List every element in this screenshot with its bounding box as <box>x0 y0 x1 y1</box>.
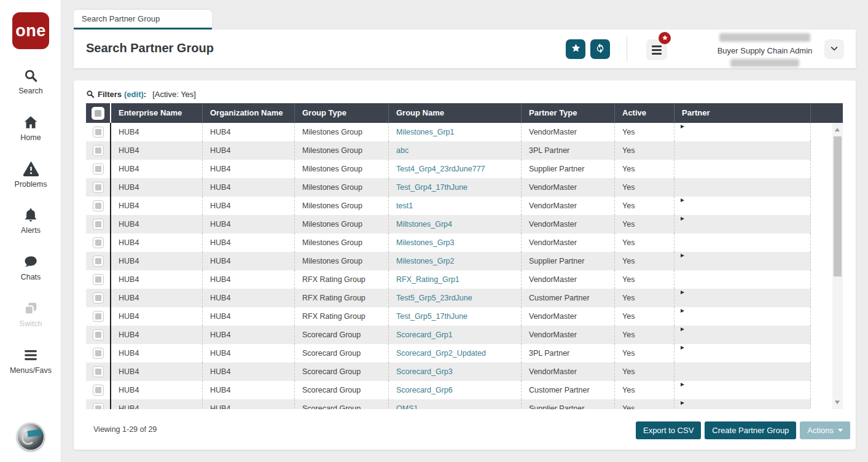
column-header-partner[interactable]: Partner <box>674 103 811 123</box>
table-row[interactable]: HUB4 HUB4 Milestones Group Milestones_Gr… <box>86 252 832 270</box>
partner-expand-icon[interactable] <box>681 217 684 221</box>
sidebar-item-alerts[interactable]: Alerts <box>0 207 61 235</box>
select-all-checkbox[interactable] <box>92 107 104 120</box>
group-name-link[interactable]: Scorecard_Grp3 <box>396 367 453 376</box>
column-header-partner-type[interactable]: Partner Type <box>522 103 615 123</box>
filters-edit-link[interactable]: (edit) <box>124 90 144 99</box>
cell-active: Yes <box>615 197 674 215</box>
table-row[interactable]: HUB4 HUB4 Scorecard Group Scorecard_Grp6… <box>86 381 832 399</box>
cell-partner-type: VendorMaster <box>522 178 615 197</box>
table-row[interactable]: HUB4 HUB4 Scorecard Group OMS1 Supplier … <box>86 399 832 409</box>
group-name-link[interactable]: Miltstones_Grp4 <box>396 220 452 229</box>
actions-button[interactable]: Actions <box>800 421 850 439</box>
group-name-link[interactable]: abc <box>396 146 409 155</box>
sidebar-item-chats[interactable]: Chats <box>0 254 61 281</box>
row-checkbox[interactable] <box>93 256 104 267</box>
partner-expand-icon[interactable] <box>681 346 684 350</box>
partner-expand-icon[interactable] <box>681 198 684 202</box>
column-header-group-type[interactable]: Group Type <box>295 103 389 123</box>
cell-partner <box>674 141 811 160</box>
group-name-link[interactable]: test1 <box>396 202 413 210</box>
row-checkbox[interactable] <box>93 127 104 138</box>
group-name-link[interactable]: OMS1 <box>396 404 418 409</box>
row-checkbox[interactable] <box>93 182 104 193</box>
table-row[interactable]: HUB4 HUB4 Milestones Group abc 3PL Partn… <box>86 141 832 160</box>
row-checkbox[interactable] <box>93 366 104 377</box>
scroll-up-arrow[interactable] <box>835 128 840 131</box>
table-row[interactable]: HUB4 HUB4 Scorecard Group Scorecard_Grp2… <box>86 344 832 362</box>
table-row[interactable]: HUB4 HUB4 Scorecard Group Scorecard_Grp1… <box>86 326 832 344</box>
table-row[interactable]: HUB4 HUB4 Milestones Group Milestones_Gr… <box>86 233 832 252</box>
partner-expand-icon[interactable] <box>681 401 684 405</box>
group-name-link[interactable]: Test_Grp4_17thJune <box>396 183 467 192</box>
partner-expand-icon[interactable] <box>681 125 684 128</box>
user-menu[interactable]: Buyer Supply Chain Admin <box>706 33 823 67</box>
column-header-spacer <box>811 103 832 123</box>
table-row[interactable]: HUB4 HUB4 RFX Rating Group RFX_Rating_Gr… <box>86 270 832 289</box>
ai-assistant-avatar[interactable] <box>17 423 45 451</box>
group-name-link[interactable]: Test4_Grp4_23rdJune777 <box>396 165 485 173</box>
group-name-link[interactable]: Scorecard_Grp1 <box>396 331 453 339</box>
partner-expand-icon[interactable] <box>681 309 684 313</box>
group-name-link[interactable]: Milestones_Grp2 <box>396 257 455 265</box>
user-dropdown-button[interactable] <box>824 39 844 59</box>
sidebar-item-problems[interactable]: Problems <box>0 160 61 189</box>
table-row[interactable]: HUB4 HUB4 Milestones Group Miltstones_Gr… <box>86 215 832 233</box>
group-name-link[interactable]: Scorecard_Grp2_Updated <box>396 349 486 358</box>
scroll-down-arrow[interactable] <box>835 401 840 404</box>
row-checkbox[interactable] <box>93 348 104 359</box>
group-name-link[interactable]: Milestones_Grp3 <box>396 238 455 247</box>
row-checkbox[interactable] <box>93 292 104 303</box>
table-row[interactable]: HUB4 HUB4 RFX Rating Group Test_Grp5_17t… <box>86 307 832 326</box>
row-checkbox[interactable] <box>93 274 104 285</box>
partner-expand-icon[interactable] <box>681 383 684 386</box>
group-name-link[interactable]: Scorecard_Grp6 <box>396 386 453 394</box>
table-row[interactable]: HUB4 HUB4 Scorecard Group Scorecard_Grp3… <box>86 362 832 381</box>
one-logo[interactable]: one <box>12 12 49 49</box>
cell-partner <box>674 307 811 326</box>
row-checkbox[interactable] <box>93 163 104 174</box>
export-to-csv-button[interactable]: Export to CSV <box>636 421 701 439</box>
group-name-link[interactable]: RFX_Rating_Grp1 <box>396 275 459 284</box>
row-checkbox[interactable] <box>93 200 104 211</box>
cell-partner-type: VendorMaster <box>522 233 615 252</box>
row-checkbox[interactable] <box>93 329 104 340</box>
group-name-link[interactable]: Test_Grp5_17thJune <box>396 312 467 321</box>
column-header-enterprise-name[interactable]: Enterprise Name <box>111 103 203 123</box>
vertical-scrollbar[interactable] <box>832 123 843 409</box>
active-filter-chip: [Active: Yes] <box>152 90 196 99</box>
cell-enterprise-name: HUB4 <box>111 326 203 344</box>
sidebar-item-search[interactable]: Search <box>0 68 61 95</box>
cell-spacer <box>811 289 832 307</box>
favorite-button[interactable] <box>566 39 585 59</box>
column-header-active[interactable]: Active <box>615 103 674 123</box>
cell-spacer <box>811 344 832 362</box>
table-row[interactable]: HUB4 HUB4 RFX Rating Group Test5_Grp5_23… <box>86 289 832 307</box>
partner-expand-icon[interactable] <box>681 327 684 331</box>
sidebar-item-menus-favs[interactable]: Menus/Favs <box>0 347 61 375</box>
partner-expand-icon[interactable] <box>681 254 684 257</box>
partner-group-table: Enterprise Name Organization Name Group … <box>86 103 843 409</box>
create-partner-group-button[interactable]: Create Partner Group <box>705 421 796 439</box>
table-row[interactable]: HUB4 HUB4 Milestones Group Test4_Grp4_23… <box>86 160 832 178</box>
table-row[interactable]: HUB4 HUB4 Milestones Group test1 VendorM… <box>86 197 832 215</box>
group-name-link[interactable]: Test5_Grp5_23rdJune <box>396 294 472 302</box>
row-checkbox[interactable] <box>93 403 104 409</box>
column-header-group-name[interactable]: Group Name <box>389 103 522 123</box>
sidebar-item-home[interactable]: Home <box>0 114 61 142</box>
column-header-organization-name[interactable]: Organization Name <box>203 103 295 123</box>
row-checkbox[interactable] <box>93 219 104 230</box>
scrollbar-thumb[interactable] <box>834 136 842 276</box>
group-name-link[interactable]: Milestones_Grp1 <box>396 128 455 136</box>
row-checkbox[interactable] <box>93 237 104 248</box>
table-row[interactable]: HUB4 HUB4 Milestones Group Milestones_Gr… <box>86 123 832 141</box>
row-checkbox[interactable] <box>93 311 104 322</box>
row-checkbox[interactable] <box>93 145 104 156</box>
refresh-button[interactable] <box>590 39 610 59</box>
tab-search-partner-group[interactable]: Search Partner Group <box>74 10 212 29</box>
partner-expand-icon[interactable] <box>681 291 684 294</box>
table-row[interactable]: HUB4 HUB4 Milestones Group Test_Grp4_17t… <box>86 178 832 197</box>
cell-partner-type: 3PL Partner <box>522 344 615 362</box>
cell-spacer <box>811 399 832 409</box>
row-checkbox[interactable] <box>93 385 104 396</box>
